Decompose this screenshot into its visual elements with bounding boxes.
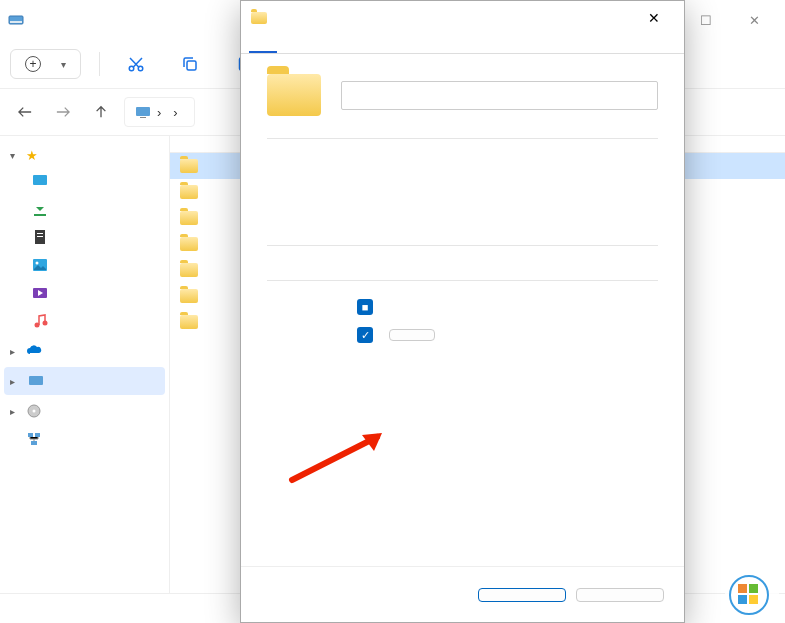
svg-rect-28: [749, 595, 758, 604]
tab-general[interactable]: [249, 35, 277, 53]
sidebar-onedrive[interactable]: ▸: [4, 339, 165, 363]
dialog-titlebar[interactable]: ✕: [241, 1, 684, 35]
advanced-button[interactable]: [389, 329, 435, 341]
folder-icon: [251, 12, 267, 24]
dialog-close-button[interactable]: ✕: [634, 3, 674, 33]
svg-rect-27: [738, 595, 747, 604]
windows-logo-icon: [729, 575, 769, 615]
svg-rect-8: [140, 117, 146, 118]
dialog-body: ■ ✓: [241, 54, 684, 566]
sidebar-quick-access[interactable]: ▾★: [4, 144, 165, 167]
tab-previous[interactable]: [333, 35, 361, 53]
folder-icon: [180, 237, 198, 251]
svg-rect-4: [187, 61, 196, 70]
svg-rect-11: [37, 233, 43, 234]
up-button[interactable]: [86, 97, 116, 127]
video-icon: [32, 285, 48, 301]
folder-icon: [180, 289, 198, 303]
svg-rect-1: [10, 21, 22, 23]
desktop-icon: [32, 173, 48, 189]
copy-button[interactable]: [172, 46, 208, 82]
sidebar-item-pictures[interactable]: [4, 251, 165, 279]
sidebar-item-desktop[interactable]: [4, 167, 165, 195]
svg-point-3: [138, 66, 143, 71]
hidden-checkbox-row[interactable]: ✓: [357, 327, 658, 343]
folder-large-icon: [267, 74, 321, 116]
document-icon: [32, 229, 48, 245]
folder-icon: [180, 159, 198, 173]
new-button[interactable]: + ▾: [10, 49, 81, 79]
sidebar-network[interactable]: ▸: [4, 427, 165, 451]
col-size[interactable]: [757, 136, 785, 152]
disk-icon: [8, 12, 24, 28]
svg-rect-25: [738, 584, 747, 593]
star-icon: ★: [26, 148, 38, 163]
checkbox-readonly[interactable]: ■: [357, 299, 373, 315]
divider: [267, 245, 658, 246]
ok-button[interactable]: [478, 588, 566, 602]
plus-icon: +: [25, 56, 41, 72]
checkbox-hidden[interactable]: ✓: [357, 327, 373, 343]
folder-icon: [180, 315, 198, 329]
cut-button[interactable]: [118, 46, 154, 82]
separator: [99, 52, 100, 76]
chevron-down-icon: ▾: [61, 59, 66, 70]
breadcrumb[interactable]: › ›: [124, 97, 195, 127]
disc-icon: [26, 403, 42, 419]
tab-strip: [241, 35, 684, 54]
chevron-right-icon: ▸: [10, 346, 20, 357]
network-icon: [26, 431, 42, 447]
folder-icon: [180, 263, 198, 277]
svg-point-17: [43, 321, 48, 326]
svg-point-20: [33, 410, 36, 413]
properties-dialog: ✕ ■ ✓: [240, 0, 685, 623]
picture-icon: [32, 257, 48, 273]
sidebar-item-documents[interactable]: [4, 223, 165, 251]
divider: [267, 138, 658, 139]
tab-customize[interactable]: [361, 35, 389, 53]
pc-icon: [28, 373, 44, 389]
watermark: [725, 573, 779, 617]
sidebar-thispc[interactable]: ▸: [4, 367, 165, 395]
close-button[interactable]: ✕: [731, 4, 777, 36]
label-attributes: [267, 299, 357, 355]
back-button[interactable]: [10, 97, 40, 127]
svg-rect-22: [35, 433, 40, 437]
sidebar-item-music[interactable]: [4, 307, 165, 335]
forward-button[interactable]: [48, 97, 78, 127]
folder-icon: [180, 211, 198, 225]
sidebar-item-downloads[interactable]: [4, 195, 165, 223]
svg-point-2: [129, 66, 134, 71]
sidebar-item-videos[interactable]: [4, 279, 165, 307]
readonly-checkbox-row[interactable]: ■: [357, 299, 658, 315]
sidebar-dvd[interactable]: ▸: [4, 399, 165, 423]
cloud-icon: [26, 343, 42, 359]
svg-point-14: [36, 262, 39, 265]
folder-icon: [180, 185, 198, 199]
music-icon: [32, 313, 48, 329]
svg-rect-9: [33, 175, 47, 185]
chevron-right-icon: ▸: [10, 376, 20, 387]
pc-icon: [135, 104, 151, 120]
download-icon: [32, 201, 48, 217]
divider: [267, 280, 658, 281]
svg-rect-21: [28, 433, 33, 437]
cancel-button[interactable]: [576, 588, 664, 602]
svg-rect-12: [37, 236, 43, 237]
dialog-footer: [241, 566, 684, 622]
tab-security[interactable]: [305, 35, 333, 53]
svg-rect-26: [749, 584, 758, 593]
svg-rect-18: [29, 376, 43, 385]
tab-sharing[interactable]: [277, 35, 305, 53]
svg-rect-23: [31, 441, 37, 445]
sidebar: ▾★ ▸ ▸ ▸ ▸: [0, 136, 170, 593]
folder-name-input[interactable]: [341, 81, 658, 110]
chevron-down-icon: ▾: [10, 150, 20, 161]
chevron-right-icon: ▸: [10, 406, 20, 417]
maximize-button[interactable]: ☐: [683, 4, 729, 36]
svg-rect-7: [136, 107, 150, 116]
